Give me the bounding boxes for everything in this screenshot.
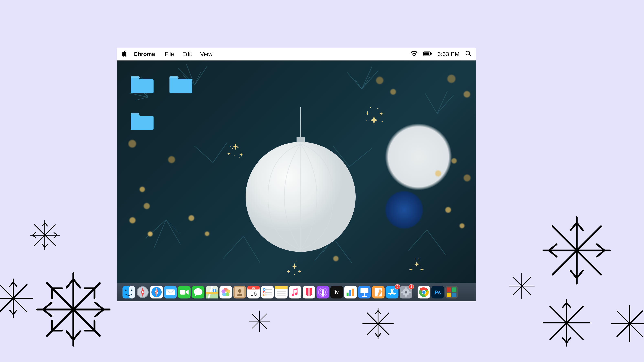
spotlight-search-icon[interactable]: [465, 50, 472, 58]
macos-desktop-window: Chrome File Edit View 3:33 PM: [117, 48, 476, 301]
desktop-folders: [130, 75, 207, 146]
svg-rect-102: [289, 286, 302, 299]
snowflake-decoration: [36, 272, 111, 347]
svg-rect-114: [352, 289, 354, 296]
wifi-icon[interactable]: [411, 51, 418, 58]
ornament-decoration: [236, 107, 366, 254]
svg-rect-140: [452, 288, 456, 292]
menubar-clock[interactable]: 3:33 PM: [438, 51, 460, 57]
svg-point-65: [142, 291, 144, 293]
svg-rect-37: [424, 52, 429, 55]
dock-finder-icon[interactable]: [122, 286, 135, 299]
snowflake-decoration: [0, 277, 35, 320]
dock-maps-icon[interactable]: [206, 286, 218, 299]
svg-rect-129: [405, 295, 406, 297]
svg-rect-70: [166, 289, 175, 295]
dock-pages-icon[interactable]: [372, 286, 384, 299]
dock-keynote-icon[interactable]: [358, 286, 371, 299]
dock-tv-icon[interactable]: tv: [330, 286, 343, 299]
svg-text:tv: tv: [335, 290, 339, 295]
svg-point-61: [125, 290, 126, 291]
menu-view[interactable]: View: [200, 51, 212, 57]
snowflake-decoration: [361, 307, 395, 341]
dock-news-icon[interactable]: [303, 286, 315, 299]
dock-launchpad-icon[interactable]: [136, 286, 149, 299]
svg-rect-131: [409, 292, 411, 293]
dock-appstore-icon[interactable]: 9: [386, 286, 398, 299]
dock-safari-icon[interactable]: [150, 286, 163, 299]
snowflake-decoration: [540, 296, 593, 349]
menu-edit[interactable]: Edit: [182, 51, 192, 57]
svg-rect-130: [401, 292, 403, 293]
svg-rect-141: [447, 293, 451, 297]
dock-reminders-icon[interactable]: [261, 286, 274, 299]
svg-rect-112: [347, 293, 349, 296]
svg-rect-38: [431, 53, 432, 54]
dock-music-icon[interactable]: [289, 286, 302, 299]
desktop-area[interactable]: DEC16 tv 9 1 Ps: [117, 60, 476, 301]
dock-settings-icon[interactable]: 1: [400, 286, 412, 299]
dock-calendar-icon[interactable]: DEC16: [247, 286, 260, 299]
svg-point-81: [222, 289, 226, 293]
desktop-folder[interactable]: [130, 75, 155, 94]
snowflake-decoration: [508, 272, 536, 300]
snowflake-decoration: [248, 310, 271, 333]
svg-point-108: [322, 290, 324, 292]
settings-badge: 1: [408, 284, 414, 290]
svg-rect-98: [275, 286, 288, 289]
svg-rect-128: [405, 288, 406, 290]
menubar: Chrome File Edit View 3:33 PM: [117, 48, 476, 60]
dock: DEC16 tv 9 1 Ps: [117, 283, 476, 301]
menu-file[interactable]: File: [165, 51, 174, 57]
dock-mail-icon[interactable]: [164, 286, 177, 299]
svg-point-135: [422, 291, 426, 294]
dock-numbers-icon[interactable]: [344, 286, 357, 299]
svg-rect-139: [447, 288, 451, 292]
menu-items: File Edit View: [165, 51, 212, 57]
dock-facetime-icon[interactable]: [178, 286, 190, 299]
dock-game-icon[interactable]: [445, 286, 458, 299]
desktop-folder[interactable]: [168, 75, 194, 94]
svg-text:Ps: Ps: [435, 290, 441, 295]
svg-rect-142: [452, 293, 456, 297]
dock-photoshop-icon[interactable]: Ps: [432, 286, 444, 299]
svg-rect-118: [362, 296, 367, 297]
dock-messages-icon[interactable]: [192, 286, 204, 299]
svg-line-40: [469, 54, 471, 56]
appstore-badge: 9: [395, 284, 400, 290]
dock-chrome-icon[interactable]: [418, 286, 430, 299]
dock-photos-icon[interactable]: [220, 286, 232, 299]
dock-podcasts-icon[interactable]: [316, 286, 329, 299]
snowflake-decoration: [609, 303, 644, 344]
svg-point-127: [404, 291, 408, 294]
svg-rect-72: [180, 290, 186, 294]
svg-text:DEC: DEC: [252, 287, 256, 289]
dock-contacts-icon[interactable]: [233, 286, 246, 299]
snowflake-decoration: [542, 216, 612, 285]
svg-rect-116: [360, 288, 368, 293]
svg-point-62: [131, 290, 132, 291]
svg-rect-104: [308, 288, 310, 296]
active-app-name[interactable]: Chrome: [134, 51, 155, 57]
desktop-folder[interactable]: [130, 111, 155, 131]
dock-divider: [415, 287, 415, 298]
dock-notes-icon[interactable]: [275, 286, 288, 299]
svg-point-84: [238, 289, 241, 293]
apple-menu-icon[interactable]: [122, 50, 128, 58]
svg-rect-113: [349, 290, 351, 296]
svg-rect-117: [364, 293, 365, 296]
snowflake-decoration: [28, 219, 61, 251]
svg-rect-60: [129, 286, 135, 299]
svg-text:16: 16: [250, 290, 257, 297]
battery-icon[interactable]: [423, 51, 432, 57]
